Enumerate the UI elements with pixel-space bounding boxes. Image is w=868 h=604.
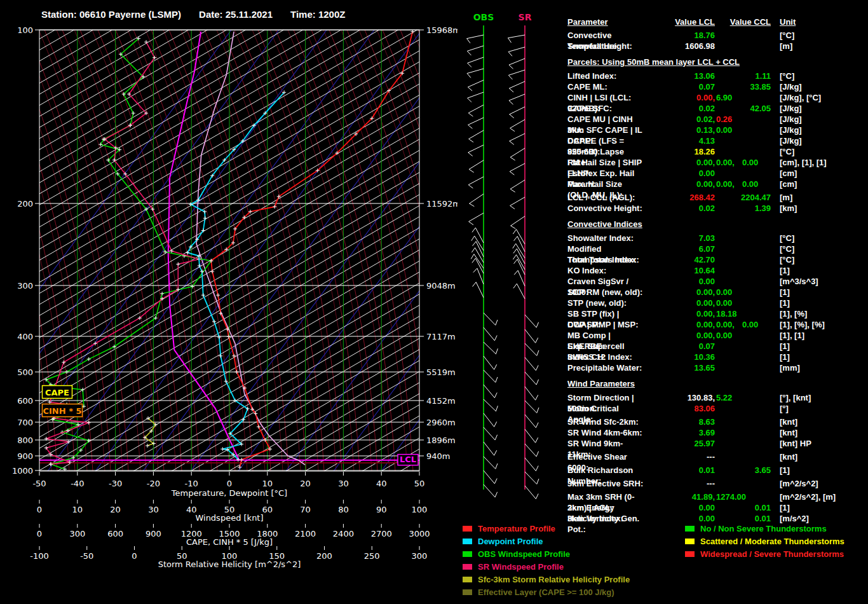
value-text: 0.13,: [696, 125, 715, 135]
tick-label: 900: [146, 529, 161, 539]
legend-swatch-icon: [463, 551, 472, 557]
tick-label: 200: [316, 551, 332, 561]
unit-label: [m]: [771, 192, 866, 203]
legend-swatch-icon: [463, 589, 472, 595]
table-row: KO Index:10.64[1]: [567, 265, 866, 276]
unit-label: [J/kg]: [771, 135, 866, 146]
legend-swatch-icon: [463, 539, 472, 544]
unit-label: [m^2/s^2], [m]: [771, 491, 866, 502]
tick-label: -50: [80, 551, 93, 561]
altitude-label: 7117m: [426, 332, 456, 341]
value-text: 0.02,: [696, 114, 715, 124]
profile-legend: Temperature ProfileDewpoint ProfileOBS W…: [463, 522, 630, 598]
pressure-tick-label: 900: [17, 451, 33, 461]
tick-label: 90: [376, 505, 387, 514]
axis-caption: CAPE, CINH * 5 [J/kg]: [186, 537, 273, 547]
legend-label: No / Non Severe Thunderstorms: [700, 524, 827, 533]
column-header: Unit: [771, 17, 866, 27]
axis-srh: -100-50050100150200250300Storm Relative …: [30, 546, 427, 569]
legend-swatch-icon: [685, 526, 695, 532]
column-header: Value CCL: [715, 17, 771, 27]
altitude-label: 5519m: [426, 367, 456, 377]
table-row: SR Wind Sfc-2km:8.63[knt]: [567, 416, 866, 427]
value-text: 0.00: [699, 168, 715, 178]
value-text: 0.00,: [696, 298, 715, 308]
column-header: Value LCL: [645, 17, 715, 27]
value-text: 0.01: [699, 465, 715, 475]
unit-label: [J/kg]: [771, 81, 866, 92]
pressure-tick-label: 800: [17, 436, 33, 445]
pressure-tick-label: 600: [17, 396, 33, 406]
table-row: FM Hail Size | SHIP | LHP:0.00,0.00,0.00…: [567, 157, 866, 168]
table-row: Convective Height:0.021.39[km]: [567, 203, 866, 214]
section-header: Parcels: Using 50mB mean layer LCL + CCL: [567, 57, 866, 67]
value-text: 10.64: [694, 266, 715, 275]
value-text: 0.00,: [716, 319, 735, 330]
tick-label: -20: [147, 479, 160, 488]
unit-label: [J/kg], [°C]: [771, 92, 866, 103]
param-label: Snowfall Height:: [567, 41, 645, 51]
tick-label: 70: [300, 505, 311, 514]
value-text: 0.00,: [696, 320, 715, 329]
param-label: Total Totals Index:: [567, 254, 645, 265]
legend-item: Sfc-3km Storm Relative Helicity Profile: [463, 573, 630, 586]
altitude-label: 11592m: [426, 199, 458, 209]
unit-label: [°C]: [771, 30, 866, 41]
sr-barb-column: SR: [508, 12, 539, 499]
legend-item: OBS Windspeed Profile: [463, 547, 630, 560]
param-label: CAPE ML:: [567, 81, 645, 92]
table-row: 500m Critical Angle:83.06[°]: [567, 403, 866, 414]
unit-label: [°C]: [771, 244, 866, 254]
legend-swatch-icon: [463, 577, 472, 582]
table-row: Snowfall Height:1606.98[m]: [567, 41, 866, 51]
value-text: 268.42: [689, 193, 715, 202]
value-text: 6.07: [699, 244, 715, 254]
unit-label: [cm], [1], [1]: [771, 157, 866, 168]
unit-label: [°C]: [771, 71, 866, 81]
tick-label: 300: [69, 529, 85, 539]
value-text: 4.13: [699, 136, 715, 146]
value-text: 1274.00: [716, 491, 746, 502]
unit-label: [knt]: [771, 451, 866, 462]
tick-label: 10: [72, 505, 83, 514]
table-row: CINH | LSI (LCL: 920mB):0.00,6.90[J/kg],…: [567, 92, 866, 103]
param-label: DCP | MMP | MSP:: [567, 319, 645, 330]
skewt-diagram: 100200300400500600700800900100015968m115…: [0, 0, 458, 604]
altitude-label: 2960m: [426, 418, 456, 427]
tick-label: 30: [338, 479, 349, 488]
value-text: 42.05: [750, 104, 771, 113]
unit-label: [J/kg]: [771, 114, 866, 125]
cinh-label: CINH * 5: [43, 404, 83, 417]
tick-label: 2700: [371, 529, 392, 539]
unit-label: [knt] HP: [771, 438, 866, 449]
param-label: Showalter Index:: [567, 233, 645, 244]
value-text: 0.02: [699, 104, 715, 113]
value-text: 18.26: [694, 147, 715, 156]
tick-label: 60: [262, 505, 273, 514]
tick-label: 3000: [409, 529, 430, 539]
value-text: 1606.98: [685, 41, 715, 51]
section-header: Convective Indices: [567, 219, 866, 230]
value-text: 18.76: [694, 31, 715, 40]
tick-label: 0: [132, 551, 137, 561]
cape-label: CAPE: [43, 386, 72, 399]
legend-item: Widespread / Severe Thunderstorms: [685, 547, 844, 560]
tick-label: 100: [412, 505, 428, 514]
tick-label: 2100: [295, 529, 316, 539]
svg-text:CINH * 5: CINH * 5: [43, 406, 81, 416]
table-row: SR Wind 9km-11km:25.97[knt] HP: [567, 438, 866, 449]
value-text: 3.69: [699, 428, 715, 437]
param-label: SR Wind 4km-6km:: [567, 427, 645, 438]
table-row: Convective Temperature:18.76[°C]: [567, 30, 866, 41]
parameter-table: ParameterValue LCLValue CCLUnitConvectiv…: [567, 17, 866, 524]
legend-label: Dewpoint Profile: [478, 537, 543, 546]
value-text: 130.83,: [688, 393, 715, 402]
tick-label: 50: [414, 479, 425, 488]
unit-label: [m]: [771, 41, 866, 51]
tick-label: -100: [30, 551, 49, 561]
tick-label: 20: [110, 505, 121, 514]
tick-label: 0: [37, 505, 42, 514]
unit-label: [1]: [771, 265, 866, 276]
table-row: Effective Shear 6000:---[knt]: [567, 451, 866, 462]
legend-item: SR Windspeed Profile: [463, 560, 630, 573]
